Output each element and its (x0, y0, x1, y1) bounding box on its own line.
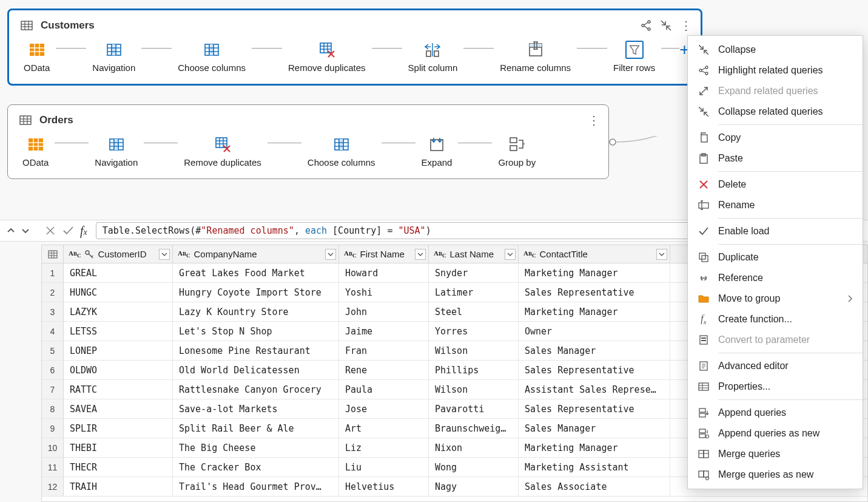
step-label: Split column (408, 63, 458, 73)
column-filter-button[interactable] (505, 249, 516, 260)
row-number-header[interactable] (42, 245, 64, 263)
column-header-first-name[interactable]: ABCFirst Name (339, 245, 429, 263)
row-number: 10 (42, 438, 64, 457)
step-navigation[interactable]: Navigation (95, 135, 138, 168)
step-rename-columns[interactable]: Rename columns (500, 41, 571, 73)
svg-point-7 (648, 28, 650, 30)
menu-item-properties-[interactable]: Properties... (688, 376, 863, 397)
menu-item-enable-load[interactable]: Enable load (688, 221, 863, 242)
menu-item-delete[interactable]: Delete (688, 174, 863, 195)
paste-icon (698, 152, 710, 165)
step-label: Choose columns (178, 63, 246, 73)
key-icon (84, 249, 94, 259)
share-icon[interactable] (640, 19, 652, 32)
collapse-diag-icon (698, 44, 710, 56)
chevron-up-icon[interactable] (6, 226, 16, 236)
column-filter-button[interactable] (159, 249, 170, 260)
query-title-customers: Customers (41, 19, 95, 32)
more-icon[interactable]: ⋮ (680, 18, 692, 33)
menu-item-collapse[interactable]: Collapse (688, 39, 863, 60)
svg-rect-94 (49, 251, 57, 258)
column-header-companyname[interactable]: ABCCompanyName (173, 245, 339, 263)
column-header-customerid[interactable]: ABCCustomerID (64, 245, 173, 263)
svg-rect-72 (216, 138, 227, 148)
expand-diag-icon (698, 85, 710, 97)
menu-item-paste[interactable]: Paste (688, 148, 863, 169)
svg-rect-135 (699, 429, 705, 433)
step-remove-duplicates[interactable]: Remove duplicates (184, 135, 261, 168)
merge-icon (698, 448, 710, 460)
menu-item-merge-queries[interactable]: Merge queries (688, 444, 863, 464)
menu-item-copy[interactable]: Copy (688, 127, 863, 148)
more-icon[interactable]: ⋮ (588, 113, 600, 127)
query-group-customers[interactable]: Customers ⋮ ODataNavigationChoose column… (7, 8, 702, 86)
duplicate-icon (698, 251, 710, 263)
cell: Jaime (339, 322, 429, 341)
step-remove-duplicates[interactable]: Remove duplicates (288, 41, 366, 73)
step-choose-columns[interactable]: Choose columns (178, 41, 246, 73)
menu-item-merge-queries-as-new[interactable]: Merge queries as new (688, 464, 863, 485)
cell: Snyder (429, 263, 519, 282)
chevron-down-icon[interactable] (21, 226, 30, 236)
menu-item-highlight-related-queries[interactable]: Highlight related queries (688, 60, 863, 81)
reference-icon (698, 272, 710, 284)
cell: Assistant Sales Represe… (519, 380, 670, 399)
query-group-orders[interactable]: Orders ⋮ ODataNavigationRemove duplicate… (7, 104, 609, 179)
step-group-by[interactable]: Group by (498, 135, 536, 168)
menu-item-rename[interactable]: Rename (688, 195, 863, 215)
menu-item-create-function-[interactable]: fxCreate function... (688, 309, 863, 330)
column-header-contacttitle[interactable]: ABCContactTitle (519, 245, 670, 263)
step-connector (382, 143, 415, 144)
commit-icon[interactable] (62, 225, 74, 236)
cell: GREAL (64, 263, 173, 282)
menu-item-advanced-editor[interactable]: Advanced editor (688, 356, 863, 376)
rename-columns-icon (527, 41, 545, 59)
remove-duplicates-icon (214, 135, 232, 154)
step-split-column[interactable]: Split column (408, 41, 458, 73)
step-label: OData (24, 63, 50, 73)
column-filter-button[interactable] (656, 249, 667, 260)
column-filter-button[interactable] (325, 249, 336, 260)
query-title-orders: Orders (39, 114, 73, 126)
menu-item-label: Copy (718, 132, 741, 143)
svg-point-105 (705, 66, 708, 69)
row-number: 7 (42, 380, 64, 399)
step-navigation[interactable]: Navigation (92, 41, 135, 73)
row-number: 6 (42, 361, 64, 379)
append-icon (698, 407, 710, 419)
svg-line-110 (700, 91, 704, 95)
step-odata[interactable]: OData (24, 41, 50, 73)
step-odata[interactable]: OData (22, 135, 49, 168)
cell: Lonesome Pine Restaurant (173, 341, 339, 360)
step-connector (55, 143, 89, 144)
cell: Nixon (429, 438, 519, 457)
step-filter-rows[interactable]: Filter rows (613, 41, 655, 73)
collapse-icon[interactable] (661, 20, 671, 31)
highlight-icon (698, 64, 710, 76)
menu-item-append-queries-as-new[interactable]: Append queries as new (688, 423, 863, 444)
step-label: Rename columns (500, 63, 571, 73)
cell: Howard (339, 263, 429, 282)
choose-columns-icon (332, 135, 351, 154)
column-filter-button[interactable] (415, 249, 426, 260)
menu-item-move-to-group[interactable]: Move to group (688, 288, 863, 309)
param-icon (698, 334, 710, 346)
cell: LONEP (64, 341, 173, 360)
column-header-last-name[interactable]: ABCLast Name (429, 245, 519, 263)
cell: Pavarotti (429, 399, 519, 418)
svg-point-137 (706, 435, 709, 438)
menu-item-duplicate[interactable]: Duplicate (688, 247, 863, 268)
cancel-icon[interactable] (45, 225, 56, 236)
navigation-icon (105, 41, 123, 59)
menu-item-append-queries[interactable]: Append queries (688, 402, 863, 423)
menu-item-collapse-related-queries[interactable]: Collapse related queries (688, 101, 863, 122)
menu-item-reference[interactable]: Reference (688, 268, 863, 288)
append-new-icon (698, 427, 710, 439)
menu-separator (718, 218, 863, 219)
delete-icon (698, 178, 710, 191)
step-choose-columns[interactable]: Choose columns (308, 135, 375, 168)
folder-icon (698, 293, 710, 305)
svg-point-106 (705, 72, 708, 75)
step-label: Navigation (92, 63, 135, 73)
step-expand[interactable]: Expand (422, 135, 453, 168)
